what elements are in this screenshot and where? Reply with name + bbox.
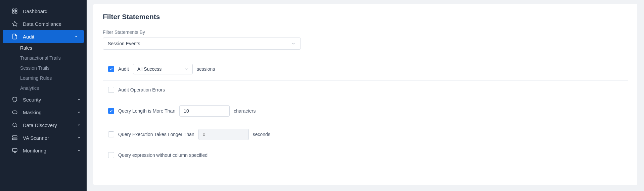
chevron-down-icon	[291, 41, 296, 46]
search-icon	[11, 122, 18, 128]
no-column-label: Query expression without column specifie…	[118, 152, 208, 158]
sidebar-item-data-compliance[interactable]: Data Compliance	[0, 17, 87, 30]
row-audit: Audit All Success sessions	[103, 58, 628, 81]
chevron-down-icon	[77, 136, 81, 139]
query-length-checkbox[interactable]	[108, 108, 114, 114]
no-column-checkbox[interactable]	[108, 152, 114, 158]
chevron-up-icon	[75, 35, 78, 38]
op-errors-label: Audit Operation Errors	[118, 87, 165, 92]
svg-line-7	[16, 126, 17, 127]
svg-rect-8	[12, 136, 17, 137]
sidebar-item-data-discovery[interactable]: Data Discovery	[0, 119, 87, 131]
file-icon	[11, 33, 18, 40]
filter-by-select[interactable]: Session Events	[103, 38, 301, 50]
sidebar-item-dashboard[interactable]: Dashboard	[0, 5, 87, 17]
sidebar-subitem-learning-rules[interactable]: Learning Rules	[0, 73, 87, 83]
row-exec-time: Query Execution Takes Longer Than second…	[103, 123, 628, 146]
monitor-icon	[11, 147, 18, 154]
query-length-label: Query Length is More Than	[118, 108, 175, 114]
sidebar-item-label: Security	[23, 97, 41, 103]
sidebar-item-va-scanner[interactable]: VA Scanner	[0, 131, 87, 144]
filter-by-value: Session Events	[108, 41, 140, 46]
sidebar-item-label: Data Discovery	[23, 122, 57, 128]
chevron-down-icon	[77, 111, 81, 114]
exec-time-input[interactable]	[198, 129, 249, 140]
chevron-down-icon	[77, 123, 81, 127]
svg-rect-0	[12, 9, 14, 10]
svg-marker-4	[12, 21, 17, 26]
sidebar-item-masking[interactable]: Masking	[0, 106, 87, 119]
svg-rect-9	[12, 138, 17, 140]
exec-time-checkbox[interactable]	[108, 131, 114, 137]
sidebar-item-monitoring[interactable]: Monitoring	[0, 144, 87, 157]
svg-point-6	[13, 123, 16, 127]
sidebar-subitem-rules[interactable]: Rules	[0, 43, 87, 53]
grid-icon	[11, 8, 18, 14]
query-length-input[interactable]	[179, 105, 230, 117]
exec-time-label: Query Execution Takes Longer Than	[118, 132, 194, 137]
sidebar-subitem-analytics[interactable]: Analytics	[0, 83, 87, 93]
main-content: Filter Statements Filter Statements By S…	[87, 0, 644, 191]
svg-rect-10	[12, 148, 17, 151]
svg-rect-5	[12, 111, 17, 114]
page-title: Filter Statements	[103, 13, 628, 21]
query-length-suffix: characters	[234, 108, 256, 114]
audit-suffix: sessions	[197, 66, 215, 72]
chevron-down-icon	[77, 149, 81, 152]
svg-rect-3	[15, 12, 17, 13]
sidebar-item-label: Dashboard	[23, 8, 47, 14]
mask-icon	[11, 109, 18, 116]
sidebar: Dashboard Data Compliance Audit Rules Tr…	[0, 0, 87, 191]
filter-by-label: Filter Statements By	[103, 29, 628, 35]
sidebar-item-label: Monitoring	[23, 148, 46, 153]
sidebar-subitem-transactional-trails[interactable]: Transactional Trails	[0, 53, 87, 63]
sidebar-item-audit[interactable]: Audit	[3, 30, 84, 43]
exec-time-suffix: seconds	[253, 132, 270, 137]
audit-sessions-value: All Success	[137, 66, 162, 72]
sidebar-item-security[interactable]: Security	[0, 93, 87, 106]
filter-statements-card: Filter Statements Filter Statements By S…	[93, 4, 637, 185]
sidebar-item-label: Audit	[23, 34, 34, 40]
audit-checkbox[interactable]	[108, 66, 114, 72]
sidebar-item-label: Masking	[23, 110, 42, 115]
sidebar-item-label: Data Compliance	[23, 21, 61, 27]
op-errors-checkbox[interactable]	[108, 87, 114, 93]
svg-rect-1	[15, 9, 17, 10]
chevron-down-icon	[77, 98, 81, 101]
sidebar-subitem-session-trails[interactable]: Session Trails	[0, 63, 87, 73]
scanner-icon	[11, 134, 18, 141]
svg-rect-2	[12, 12, 14, 13]
chevron-down-icon	[184, 67, 188, 71]
sidebar-item-label: VA Scanner	[23, 135, 49, 141]
audit-label: Audit	[118, 66, 129, 72]
sidebar-subnav-audit: Rules Transactional Trails Session Trail…	[0, 43, 87, 93]
shield-icon	[11, 96, 18, 103]
row-no-column: Query expression without column specifie…	[103, 146, 628, 164]
row-op-errors: Audit Operation Errors	[103, 81, 628, 99]
audit-sessions-select[interactable]: All Success	[133, 64, 193, 74]
row-query-length: Query Length is More Than characters	[103, 99, 628, 123]
star-icon	[11, 20, 18, 27]
